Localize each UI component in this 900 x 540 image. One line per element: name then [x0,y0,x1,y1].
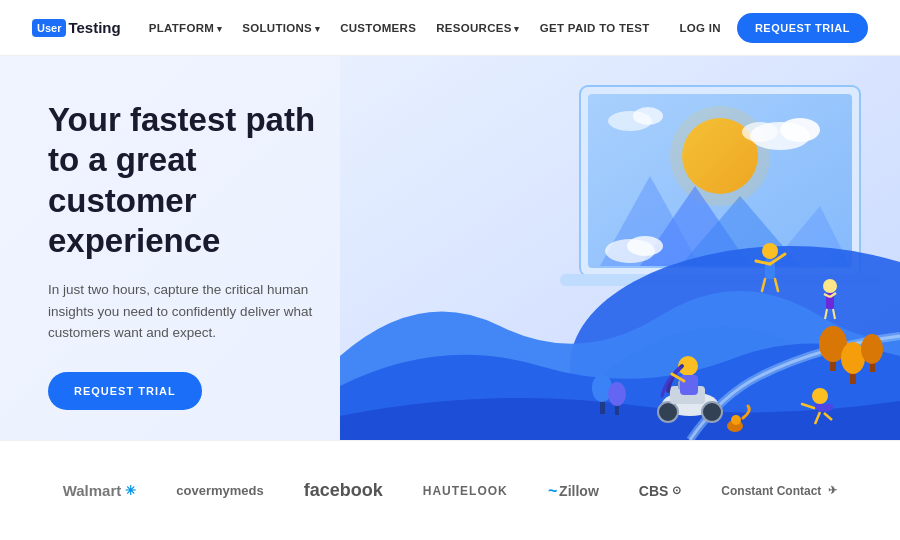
walmart-spark-icon: ✳ [125,483,136,498]
login-link[interactable]: LOG IN [679,22,720,34]
walmart-text: Walmart [63,482,122,499]
svg-point-53 [627,236,663,256]
hero-subtitle: In just two hours, capture the critical … [48,279,340,344]
nav-resources[interactable]: RESOURCES [436,22,520,34]
logo-walmart: Walmart✳ [63,482,137,499]
logo-user-box: User [32,19,66,37]
nav-get-paid[interactable]: GET PAID TO TEST [540,22,650,34]
covermymeds-text: covermymeds [176,483,263,498]
logo-hautelook: HAUTELOOK [423,484,508,498]
svg-point-27 [658,402,678,422]
svg-point-10 [633,107,663,125]
svg-rect-32 [680,375,698,395]
cbs-text: CBS [639,483,669,499]
cbs-circle-icon: ⊙ [672,484,681,497]
hero-illustration [340,56,900,440]
logo[interactable]: User Testing [32,19,121,37]
logo-testing-text: Testing [68,19,120,36]
svg-point-8 [742,122,778,142]
logo-covermymeds: covermymeds [176,483,263,498]
svg-point-21 [861,334,883,364]
hautelook-text: HAUTELOOK [423,484,508,498]
svg-point-25 [608,382,626,406]
hero-content: Your fastest path to a great customer ex… [0,56,380,440]
facebook-text: facebook [304,480,383,501]
logo-facebook: facebook [304,480,383,501]
nav-right: LOG IN REQUEST TRIAL [679,13,868,43]
svg-point-40 [823,279,837,293]
zillow-text: Zillow [559,483,599,499]
nav-customers[interactable]: CUSTOMERS [340,22,416,34]
request-trial-button-hero[interactable]: REQUEST TRIAL [48,372,202,410]
svg-point-7 [780,118,820,142]
constant-contact-text: Constant Contact [721,484,821,498]
logo-zillow: ~Zillow [548,482,599,500]
svg-point-46 [812,388,828,404]
nav-solutions[interactable]: SOLUTIONS [242,22,320,34]
hero-title: Your fastest path to a great customer ex… [48,100,340,261]
svg-point-28 [702,402,722,422]
nav-platform[interactable]: PLATFORM [149,22,223,34]
svg-point-34 [762,243,778,259]
request-trial-button-nav[interactable]: REQUEST TRIAL [737,13,868,43]
navbar: User Testing PLATFORM SOLUTIONS CUSTOMER… [0,0,900,56]
hero-section: Your fastest path to a great customer ex… [0,56,900,440]
svg-point-51 [731,415,741,425]
zillow-tilde-icon: ~ [548,482,557,500]
constant-contact-icon: ✈ [828,484,837,497]
logo-constant-contact: Constant Contact✈ [721,484,837,498]
logos-bar: Walmart✳ covermymeds facebook HAUTELOOK … [0,440,900,540]
logo-cbs: CBS⊙ [639,483,682,499]
svg-point-5 [670,106,770,206]
nav-links: PLATFORM SOLUTIONS CUSTOMERS RESOURCES G… [149,22,680,34]
